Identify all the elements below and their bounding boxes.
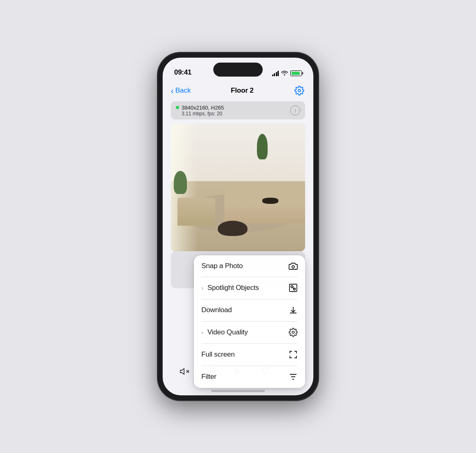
camera-resolution: 3840x2160, H265: [176, 105, 224, 111]
info-button[interactable]: i: [290, 105, 300, 115]
camera-info-text: 3840x2160, H265 3.11 mbps, fps: 20: [176, 105, 224, 117]
dynamic-island: [213, 63, 263, 77]
phone-frame: 09:41: [158, 53, 318, 400]
videoquality-chevron-icon: ›: [201, 329, 203, 336]
wifi-icon: [281, 70, 288, 77]
battery-icon: [290, 70, 302, 76]
fullscreen-label: Full screen: [201, 350, 235, 359]
svg-point-1: [292, 266, 294, 268]
svg-point-3: [291, 286, 293, 288]
phone-screen: 09:41: [163, 58, 313, 395]
status-time: 09:41: [174, 68, 191, 77]
filter-label: Filter: [201, 373, 217, 381]
snap-photo-label: Snap a Photo: [201, 262, 243, 270]
camera-image: [171, 124, 305, 251]
spotlight-icon: [289, 283, 298, 292]
mute-button[interactable]: [175, 362, 194, 381]
gear-icon: [294, 86, 304, 96]
spotlight-label: Spotlight Objects: [208, 284, 259, 292]
mute-icon: [180, 367, 189, 376]
svg-marker-6: [180, 369, 184, 374]
back-button[interactable]: ‹ Back: [171, 86, 191, 95]
download-icon: [289, 306, 298, 315]
page-title: Floor 2: [231, 86, 254, 95]
svg-point-5: [292, 331, 294, 334]
fullscreen-icon: [289, 350, 298, 359]
spotlight-chevron-icon: ›: [201, 285, 203, 291]
back-label: Back: [175, 86, 191, 95]
download-label: Download: [201, 306, 232, 314]
menu-item-videoquality[interactable]: › Video Quality: [194, 321, 305, 343]
nav-bar: ‹ Back Floor 2: [163, 80, 313, 101]
signal-bars-icon: [272, 70, 279, 76]
menu-item-filter[interactable]: Filter: [194, 366, 305, 388]
context-menu: Snap a Photo › Spotlight Objects: [194, 255, 305, 388]
home-indicator: [211, 390, 265, 392]
live-indicator-dot: [176, 106, 179, 109]
menu-item-spotlight[interactable]: › Spotlight Objects: [194, 277, 305, 299]
filter-icon: [289, 372, 298, 381]
menu-item-download[interactable]: Download: [194, 299, 305, 321]
back-chevron-icon: ‹: [171, 86, 174, 95]
status-icons: [272, 70, 302, 77]
videoquality-label: Video Quality: [208, 328, 248, 336]
settings-button[interactable]: [294, 85, 305, 96]
camera-icon: [289, 262, 298, 270]
camera-fps: 3.11 mbps, fps: 20: [176, 111, 224, 117]
camera-feed: [171, 124, 305, 251]
videoquality-gear-icon: [289, 328, 298, 337]
menu-item-snap[interactable]: Snap a Photo: [194, 255, 305, 277]
menu-item-fullscreen[interactable]: Full screen: [194, 343, 305, 366]
svg-point-0: [298, 89, 301, 92]
camera-info-bar: 3840x2160, H265 3.11 mbps, fps: 20 i: [171, 101, 305, 119]
